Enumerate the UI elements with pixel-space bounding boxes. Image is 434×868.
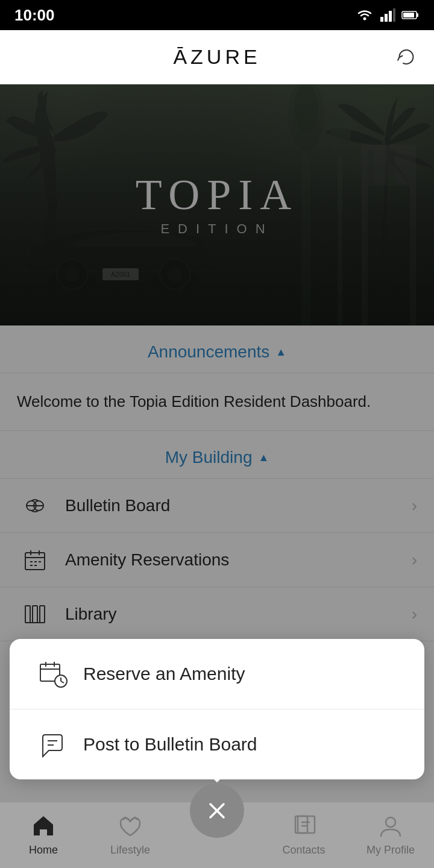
announcements-caret-icon: ▲ <box>275 346 286 359</box>
close-x-icon <box>204 798 230 823</box>
main-content: Announcements ▲ Welcome to the Topia Edi… <box>0 326 434 641</box>
svg-rect-4 <box>393 8 395 22</box>
announcements-title: Announcements <box>148 342 269 362</box>
my-building-section-header[interactable]: My Building ▲ <box>0 431 434 479</box>
nav-lifestyle-label: Lifestyle <box>110 844 150 857</box>
close-fab-container[interactable] <box>190 784 244 838</box>
bulletin-board-chevron-icon: › <box>412 496 417 515</box>
app-title: ĀZURE <box>173 45 260 69</box>
library-label: Library <box>65 605 412 624</box>
hero-text-container: TOPIA EDITION <box>136 173 299 237</box>
hero-banner: AZ001 TOPIA EDITION <box>0 84 434 326</box>
home-icon <box>31 814 55 840</box>
battery-icon <box>401 10 420 20</box>
amenity-reservations-item[interactable]: Amenity Reservations › <box>0 533 434 587</box>
announcement-body: Welcome to the Topia Edition Resident Da… <box>0 373 434 431</box>
my-building-title: My Building <box>165 448 253 467</box>
refresh-button[interactable] <box>393 44 420 71</box>
announcements-section-header[interactable]: Announcements ▲ <box>0 326 434 373</box>
contacts-icon <box>292 814 316 840</box>
reserve-amenity-icon <box>31 658 74 690</box>
svg-point-59 <box>386 817 395 827</box>
hero-main-title: TOPIA <box>136 173 299 216</box>
amenity-reservations-chevron-icon: › <box>412 550 417 570</box>
amenity-reservations-label: Amenity Reservations <box>65 550 412 570</box>
svg-rect-3 <box>389 11 392 22</box>
bulletin-board-label: Bulletin Board <box>65 496 412 515</box>
svg-rect-56 <box>298 816 315 833</box>
svg-point-0 <box>363 17 366 20</box>
wifi-icon <box>356 8 374 22</box>
reserve-amenity-label: Reserve an Amenity <box>83 664 245 684</box>
svg-rect-7 <box>403 13 414 17</box>
bulletin-board-icon <box>17 492 53 519</box>
amenity-reservations-icon <box>17 547 53 573</box>
bulletin-board-item[interactable]: Bulletin Board › <box>0 479 434 533</box>
svg-rect-40 <box>25 606 30 623</box>
library-item[interactable]: Library › <box>0 587 434 641</box>
nav-profile-label: My Profile <box>366 844 415 857</box>
post-bulletin-icon <box>31 729 74 760</box>
action-popup-card: Reserve an Amenity Post to Bulletin Boar… <box>10 639 424 779</box>
post-bulletin-label: Post to Bulletin Board <box>83 734 257 755</box>
my-building-caret-icon: ▲ <box>258 451 269 464</box>
nav-home-label: Home <box>29 844 58 857</box>
svg-rect-2 <box>385 14 388 22</box>
lifestyle-icon <box>118 814 142 840</box>
hero-subtitle: EDITION <box>136 221 299 237</box>
status-bar: 10:00 <box>0 0 434 30</box>
nav-profile[interactable]: My Profile <box>347 802 434 868</box>
signal-icon <box>380 8 395 22</box>
reserve-amenity-item[interactable]: Reserve an Amenity <box>10 639 424 709</box>
popup-caret-icon <box>200 766 234 782</box>
library-chevron-icon: › <box>412 605 417 624</box>
library-icon <box>17 601 53 627</box>
nav-home[interactable]: Home <box>0 802 87 868</box>
svg-rect-6 <box>417 13 418 17</box>
app-header: ĀZURE <box>0 30 434 84</box>
nav-lifestyle[interactable]: Lifestyle <box>87 802 174 868</box>
close-fab-button[interactable] <box>190 784 244 838</box>
svg-rect-42 <box>40 606 45 623</box>
nav-contacts-label: Contacts <box>282 844 325 857</box>
status-icons <box>356 8 420 22</box>
profile-icon <box>379 814 403 840</box>
status-time: 10:00 <box>14 6 55 25</box>
svg-rect-41 <box>33 606 37 623</box>
svg-rect-1 <box>380 17 383 22</box>
nav-contacts[interactable]: Contacts <box>260 802 347 868</box>
